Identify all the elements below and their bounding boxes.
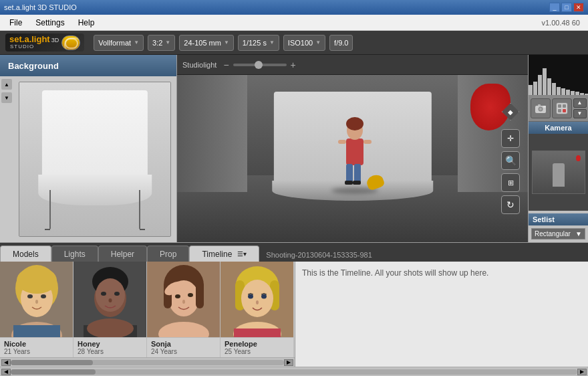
svg-rect-5 [345,181,353,185]
aperture-dropdown[interactable]: f/9.0 [329,35,353,51]
maximize-button[interactable]: □ [561,3,572,12]
svg-point-48 [109,298,112,302]
chevron-down-icon: ▼ [134,39,139,45]
model-info-penelope: Penelope 25 Years [220,337,293,357]
models-grid: Nicole 21 Years [0,262,295,357]
svg-rect-13 [543,68,547,95]
zoom-button[interactable]: 🔍 [501,151,520,170]
chevron-down-icon: ▼ [269,39,275,45]
slider-thumb[interactable] [255,61,263,69]
svg-rect-26 [538,104,541,106]
tab-timeline[interactable]: Timeline ☰▾ [189,246,259,262]
svg-rect-18 [566,90,570,95]
svg-point-58 [188,293,193,297]
scroll-right-button[interactable]: ▶ [284,359,293,366]
stand-base-right [140,229,145,230]
timeline-scrollbar-thumb[interactable] [11,369,96,375]
tab-models[interactable]: Models [0,246,51,262]
svg-rect-11 [533,82,537,95]
rotate-button[interactable]: ↻ [501,195,520,214]
svg-rect-12 [538,75,542,95]
svg-rect-7 [338,140,346,144]
timeline-scroll-left[interactable]: ◀ [1,369,11,375]
camera-icon-button[interactable] [531,98,551,118]
list-item[interactable]: Penelope 25 Years [220,262,294,357]
content-area: Background ▲ ▼ [0,55,588,242]
setlist-label: Setlist [529,213,588,225]
timeline-hint: This is the Timeline. All your shots wil… [302,268,488,278]
list-item[interactable]: Honey 28 Years [74,262,147,357]
lens-dropdown[interactable]: 24-105 mm ▼ [179,35,234,51]
timeline-scrollbar-track [11,369,577,375]
shooting-label: Shooting-20130604-153335-981 [261,248,377,262]
panel-header: Background [0,55,176,76]
studiolight-slider[interactable]: − + [223,60,295,70]
svg-rect-19 [571,91,575,95]
ratio-dropdown[interactable]: 3:2 ▼ [148,35,175,51]
svg-rect-70 [234,328,281,337]
models-scrollbar[interactable]: ◀ ▶ [0,357,295,367]
scrollbar-thumb[interactable] [11,360,93,365]
scroll-up-button[interactable]: ▲ [1,79,12,90]
nav-diamond[interactable]: ◆ [500,103,521,124]
timeline-scrollbar[interactable]: ◀ ▶ [0,367,588,376]
window-title: set.a.light 3D STUDIO [4,3,549,11]
top-toolbar: set.a.light 3D STUDIO Vollformat ▼ 3:2 ▼… [0,31,588,55]
model-photo-penelope [220,262,293,337]
window-controls: _ □ ✕ [549,3,584,12]
timeline-scroll-right[interactable]: ▶ [577,369,587,375]
logo-text: set.a.light [9,35,50,44]
svg-rect-21 [580,93,584,95]
camera-preview [529,134,588,211]
camera-nav-down[interactable]: ▼ [573,109,587,118]
camera-settings-button[interactable] [552,98,572,118]
list-item[interactable]: Nicole 21 Years [0,262,74,357]
svg-rect-41 [13,325,60,337]
svg-rect-30 [558,109,561,112]
svg-point-47 [114,292,120,296]
svg-rect-17 [561,88,565,95]
svg-point-68 [256,300,259,304]
tab-lights[interactable]: Lights [51,246,98,262]
menu-help[interactable]: Help [71,17,102,29]
timeline-panel: This is the Timeline. All your shots wil… [295,262,588,367]
thumb-figure [553,163,565,187]
svg-rect-10 [529,85,533,95]
close-button[interactable]: ✕ [573,3,584,12]
slider-track[interactable] [233,64,287,66]
scrollbar-track [11,360,284,365]
svg-point-38 [41,294,46,298]
tab-prop[interactable]: Prop [147,246,189,262]
format-dropdown[interactable]: Vollformat ▼ [94,35,144,51]
camera-nav-up[interactable]: ▲ [573,98,587,108]
camera-controls-row: ▲ ▼ [529,95,588,122]
logo-studio: STUDIO [10,44,59,50]
stand-base-left [45,229,50,230]
menu-settings[interactable]: Settings [29,17,71,29]
move-button[interactable]: ✛ [501,129,520,148]
menu-file[interactable]: File [3,17,29,29]
svg-rect-3 [346,164,353,183]
fit-button[interactable]: ⊞ [501,173,520,192]
slider-plus-icon[interactable]: + [291,60,296,70]
svg-point-2 [346,117,363,130]
scroll-down-button[interactable]: ▼ [1,92,12,103]
iso-dropdown[interactable]: ISO100 ▼ [283,35,325,51]
svg-point-45 [96,278,125,312]
model-info-sonja: Sonja 24 Years [147,337,220,357]
setlist-dropdown[interactable]: Rectangular ▼ [531,228,585,240]
svg-point-25 [539,108,542,110]
tab-helper[interactable]: Helper [98,246,147,262]
slider-minus-icon[interactable]: − [223,60,229,70]
chevron-down-icon: ▼ [315,39,321,45]
svg-rect-4 [354,164,361,183]
svg-rect-31 [563,104,566,108]
minimize-button[interactable]: _ [549,3,560,12]
models-panel: Nicole 21 Years [0,262,295,367]
scroll-left-button[interactable]: ◀ [1,359,11,366]
list-item[interactable]: Sonja 24 Years [147,262,220,357]
viewport-toolbar: Studiolight − + [177,55,528,75]
thumb-red-dot [576,155,581,161]
shutter-dropdown[interactable]: 1/125 s ▼ [238,35,279,51]
histogram-area [529,55,588,95]
